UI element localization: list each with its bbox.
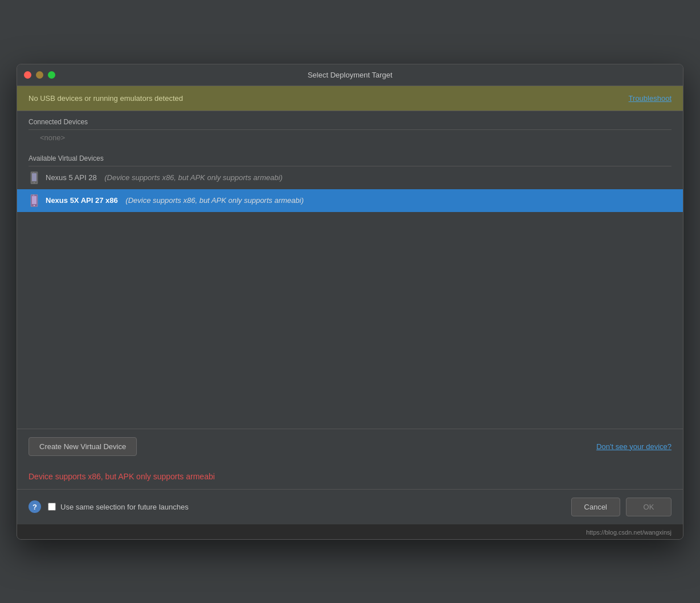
device-icon-nexus5x bbox=[29, 194, 40, 207]
close-button[interactable] bbox=[24, 71, 31, 79]
troubleshoot-link[interactable]: Troubleshoot bbox=[629, 94, 671, 103]
cancel-button[interactable]: Cancel bbox=[571, 498, 620, 516]
warning-message: No USB devices or running emulators dete… bbox=[29, 94, 183, 103]
create-virtual-device-button[interactable]: Create New Virtual Device bbox=[29, 437, 137, 456]
url-bar: https://blog.csdn.net/wangxinsj bbox=[17, 524, 683, 539]
help-button[interactable]: ? bbox=[29, 500, 41, 513]
url-text: https://blog.csdn.net/wangxinsj bbox=[586, 529, 671, 536]
svg-rect-5 bbox=[32, 196, 36, 204]
maximize-button[interactable] bbox=[48, 71, 55, 79]
device-note-nexus5: (Device supports x86, but APK only suppo… bbox=[103, 173, 283, 182]
device-name-nexus5: Nexus 5 API 28 bbox=[46, 173, 97, 182]
svg-rect-3 bbox=[33, 172, 35, 173]
action-buttons: Cancel OK bbox=[571, 498, 671, 516]
device-item-nexus5[interactable]: Nexus 5 API 28 (Device supports x86, but… bbox=[17, 166, 683, 189]
connected-devices-none: <none> bbox=[17, 130, 683, 148]
title-bar: Select Deployment Target bbox=[17, 64, 683, 86]
window-controls bbox=[24, 71, 55, 79]
devices-list: Nexus 5 API 28 (Device supports x86, but… bbox=[17, 166, 683, 429]
minimize-button[interactable] bbox=[36, 71, 43, 79]
device-note-nexus5x: (Device supports x86, but APK only suppo… bbox=[124, 196, 304, 205]
warning-bar: No USB devices or running emulators dete… bbox=[17, 86, 683, 111]
available-devices-header: Available Virtual Devices bbox=[17, 148, 683, 166]
footer-bar: Create New Virtual Device Don't see your… bbox=[17, 429, 683, 464]
svg-rect-1 bbox=[32, 173, 36, 181]
future-launches-label: Use same selection for future launches bbox=[60, 503, 189, 511]
available-devices-section: Available Virtual Devices Nexus 5 API 28… bbox=[17, 148, 683, 429]
svg-rect-7 bbox=[33, 195, 35, 195]
future-launches-checkbox-area: Use same selection for future launches bbox=[48, 503, 564, 511]
connected-devices-header: Connected Devices bbox=[17, 111, 683, 129]
svg-point-2 bbox=[34, 182, 35, 183]
ok-button[interactable]: OK bbox=[626, 498, 671, 516]
device-icon-nexus5 bbox=[29, 171, 40, 185]
device-item-nexus5x[interactable]: Nexus 5X API 27 x86 (Device supports x86… bbox=[17, 189, 683, 212]
dialog-window: Select Deployment Target No USB devices … bbox=[17, 64, 683, 540]
device-name-nexus5x: Nexus 5X API 27 x86 bbox=[46, 196, 118, 205]
svg-point-6 bbox=[34, 205, 35, 206]
bottom-bar: ? Use same selection for future launches… bbox=[17, 489, 683, 524]
connected-devices-section: Connected Devices <none> bbox=[17, 111, 683, 148]
future-launches-checkbox[interactable] bbox=[48, 503, 56, 511]
apk-warning-message: Device supports x86, but APK only suppor… bbox=[17, 464, 683, 489]
dialog-title: Select Deployment Target bbox=[308, 71, 393, 79]
dont-see-device-link[interactable]: Don't see your device? bbox=[596, 442, 671, 451]
